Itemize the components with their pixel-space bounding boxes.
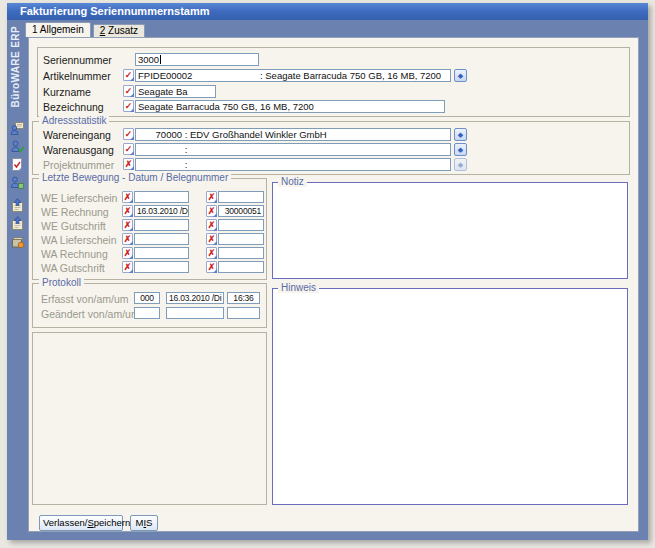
- brand-vertical-text: BüroWARE ERP: [10, 26, 21, 107]
- geaendert-label: Geändert von/am/um: [41, 308, 140, 320]
- warenausgang-lookup-button[interactable]: ◆: [454, 143, 467, 156]
- window-title: Fakturierung Seriennummernstamm: [20, 5, 210, 17]
- kurzname-label: Kurzname: [43, 86, 91, 98]
- kurzname-input[interactable]: Seagate Ba: [135, 85, 216, 98]
- tab-allgemein[interactable]: 1 Allgemein: [25, 22, 91, 37]
- hinweis-title: Hinweis: [278, 282, 319, 293]
- desktop: Fakturierung Seriennummernstamm BüroWARE…: [0, 0, 655, 548]
- wa-rechnung-datum-input[interactable]: [134, 247, 189, 259]
- geaendert-datum-field: [166, 307, 224, 319]
- cross-flag-icon[interactable]: ✗: [206, 261, 217, 273]
- protokoll-title: Protokoll: [39, 277, 84, 288]
- we-gutschrift-label: WE Gutschrift: [41, 220, 106, 232]
- artikelnummer-input[interactable]: FPIDE00002 : Seagate Barracuda 750 GB, 1…: [135, 69, 451, 82]
- we-rechnung-datum-input[interactable]: 16.03.2010 /Di: [134, 205, 189, 217]
- cross-flag-icon[interactable]: ✗: [206, 233, 217, 245]
- erfasst-zeit-field: 16:36: [227, 292, 260, 304]
- main-panel: Seriennummer 3000 Artikelnummer ✓ FPIDE0…: [28, 37, 639, 532]
- check-flag-icon[interactable]: ✓: [123, 128, 134, 140]
- bezeichnung-label: Bezeichnung: [43, 101, 104, 113]
- mis-button[interactable]: MIS: [130, 515, 158, 531]
- projektnummer-lookup-button: ◆: [454, 158, 467, 171]
- cross-flag-icon[interactable]: ✗: [122, 205, 133, 217]
- seriennummer-label: Seriennummer: [43, 54, 112, 66]
- text-caret: [160, 55, 161, 64]
- wa-gutschrift-datum-input[interactable]: [134, 261, 189, 273]
- cross-flag-icon[interactable]: ✗: [206, 191, 217, 203]
- tab-zusatz[interactable]: 2 Zusatz: [93, 24, 145, 37]
- notiz-textarea[interactable]: [272, 182, 628, 279]
- cross-flag-icon[interactable]: ✗: [122, 219, 133, 231]
- wareneingang-lookup-button[interactable]: ◆: [454, 128, 467, 141]
- user-box-icon[interactable]: [10, 175, 25, 190]
- window-titlebar: Fakturierung Seriennummernstamm: [7, 3, 648, 20]
- check-flag-icon[interactable]: ✓: [123, 85, 134, 97]
- wareneingang-label: Wareneingang: [43, 129, 111, 141]
- wa-rechnung-label: WA Rechnung: [41, 248, 108, 260]
- wareneingang-input[interactable]: 70000 : EDV Großhandel Winkler GmbH: [135, 128, 451, 141]
- sidebar-toolbar: [9, 121, 26, 249]
- wa-lieferschein-label: WA Lieferschein: [41, 234, 116, 246]
- notiz-title: Notiz: [278, 176, 307, 187]
- wa-gutschrift-beleg-input[interactable]: [218, 261, 264, 273]
- cross-flag-icon[interactable]: ✗: [122, 233, 133, 245]
- artikelnummer-lookup-button[interactable]: ◆: [454, 69, 467, 82]
- projektnummer-label: Projektnummer: [43, 159, 114, 171]
- wa-gutschrift-label: WA Gutschrift: [41, 262, 105, 274]
- we-gutschrift-datum-input[interactable]: [134, 219, 189, 231]
- cross-flag-icon[interactable]: ✗: [206, 219, 217, 231]
- wa-rechnung-beleg-input[interactable]: [218, 247, 264, 259]
- check-flag-icon[interactable]: ✓: [123, 100, 134, 112]
- cross-flag-icon[interactable]: ✗: [122, 247, 133, 259]
- app-window: Fakturierung Seriennummernstamm BüroWARE…: [7, 3, 648, 540]
- artikelnummer-label: Artikelnummer: [43, 70, 111, 82]
- window-body: BüroWARE ERP: [7, 20, 648, 540]
- cross-flag-icon[interactable]: ✗: [122, 261, 133, 273]
- we-gutschrift-beleg-input[interactable]: [218, 219, 264, 231]
- verlassen-speichern-button[interactable]: Verlassen/Speichern: [39, 515, 123, 531]
- cross-flag-icon[interactable]: ✗: [206, 247, 217, 259]
- we-lieferschein-label: WE Lieferschein: [41, 192, 117, 204]
- doc-check-icon[interactable]: [10, 157, 25, 172]
- doc-receive-icon[interactable]: [10, 216, 25, 231]
- geaendert-user-field: [134, 307, 160, 319]
- seriennummer-input[interactable]: 3000: [135, 53, 259, 66]
- user-check-icon[interactable]: [10, 139, 25, 154]
- erfasst-label: Erfasst von/am/um: [41, 293, 129, 305]
- cross-flag-icon[interactable]: ✗: [206, 205, 217, 217]
- erfasst-user-field: 000: [134, 292, 160, 304]
- we-lieferschein-datum-input[interactable]: [134, 191, 189, 203]
- we-lieferschein-beleg-input[interactable]: [218, 191, 264, 203]
- group-protokoll: [32, 283, 267, 328]
- adressstatistik-title: Adressstatistik: [39, 115, 109, 126]
- check-flag-icon[interactable]: ✓: [123, 69, 134, 81]
- hinweis-textarea[interactable]: [272, 288, 628, 505]
- cross-flag-icon[interactable]: ✗: [122, 191, 133, 203]
- we-rechnung-beleg-input[interactable]: 30000051: [218, 205, 264, 217]
- we-rechnung-label: WE Rechnung: [41, 206, 109, 218]
- empty-groupbox: [32, 332, 267, 505]
- bezeichnung-input[interactable]: Seagate Barracuda 750 GB, 16 MB, 7200: [135, 100, 445, 113]
- geaendert-zeit-field: [227, 307, 260, 319]
- warenausgang-input[interactable]: :: [135, 143, 451, 156]
- erfasst-datum-field: 16.03.2010 /Di: [166, 292, 224, 304]
- doc-send-icon[interactable]: [10, 198, 25, 213]
- cross-flag-icon[interactable]: ✗: [123, 158, 134, 170]
- letzte-bewegung-title: Letzte Bewegung - Datum / Belegnummer: [39, 172, 231, 183]
- wa-lieferschein-beleg-input[interactable]: [218, 233, 264, 245]
- tab-bar: 1 Allgemein 2 Zusatz: [25, 22, 145, 37]
- user-card-icon[interactable]: [10, 121, 25, 136]
- warenausgang-label: Warenausgang: [43, 144, 114, 156]
- check-flag-icon[interactable]: ✓: [123, 143, 134, 155]
- wa-lieferschein-datum-input[interactable]: [134, 233, 189, 245]
- box-orange-icon[interactable]: [10, 234, 25, 249]
- projektnummer-input[interactable]: :: [135, 158, 451, 171]
